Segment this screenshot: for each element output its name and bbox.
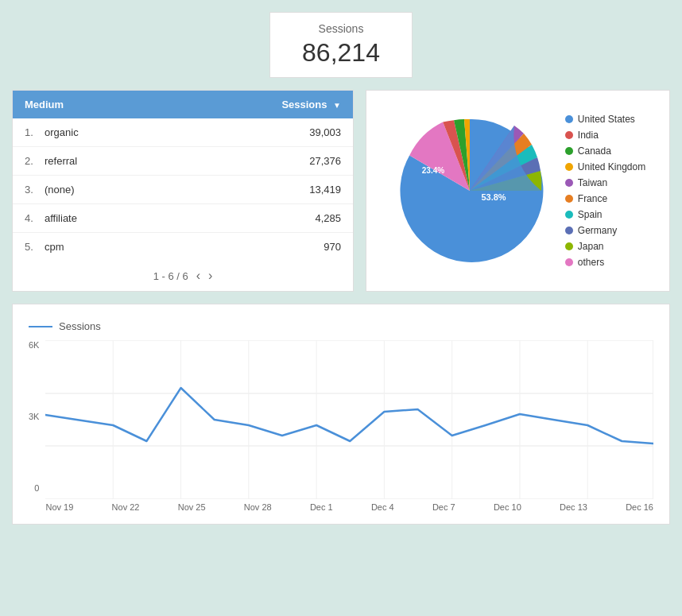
legend-item: Germany — [565, 225, 645, 236]
pie-chart-card: 53.8% 23.4% United States India Canada U… — [366, 90, 670, 292]
pie-legend: United States India Canada United Kingdo… — [565, 114, 645, 268]
row-sessions: 39,003 — [250, 118, 353, 146]
row-num: 2. — [13, 147, 41, 175]
legend-label: United States — [578, 114, 635, 125]
chart-title-row: Sessions — [29, 320, 653, 332]
y-label-0: 0 — [29, 483, 39, 493]
next-page-button[interactable]: › — [208, 269, 212, 283]
x-label-nov22: Nov 22 — [112, 502, 140, 512]
row-medium: (none) — [41, 176, 250, 203]
legend-dot — [565, 242, 573, 250]
chart-area — [45, 340, 653, 499]
legend-item: Taiwan — [565, 177, 645, 188]
legend-dot — [565, 131, 573, 139]
pie-center-label: 53.8% — [481, 192, 506, 202]
legend-dot — [565, 179, 573, 187]
sessions-summary: Sessions 86,214 — [12, 12, 670, 78]
legend-dot — [565, 227, 573, 234]
middle-section: Medium Sessions ▼ 1. organic 39,003 2. r… — [12, 90, 670, 292]
sessions-label: Sessions — [302, 22, 380, 35]
x-label-nov19: Nov 19 — [45, 502, 73, 512]
y-label-3k: 3K — [29, 412, 39, 421]
pagination-label: 1 - 6 / 6 — [153, 270, 188, 282]
chart-title: Sessions — [59, 320, 101, 332]
row-medium: cpm — [41, 233, 250, 261]
legend-item: United States — [565, 114, 645, 125]
legend-label: Germany — [578, 225, 617, 236]
x-label-dec10: Dec 10 — [494, 502, 521, 512]
row-sessions: 13,419 — [250, 176, 353, 203]
x-label-nov28: Nov 28 — [244, 502, 272, 512]
x-label-dec7: Dec 7 — [432, 502, 455, 512]
pie-chart: 53.8% 23.4% — [390, 111, 549, 270]
x-label-nov25: Nov 25 — [178, 502, 206, 512]
row-sessions: 970 — [250, 233, 353, 261]
col-sessions-header: Sessions ▼ — [250, 91, 353, 118]
medium-table: Medium Sessions ▼ 1. organic 39,003 2. r… — [12, 90, 354, 292]
legend-label: Canada — [578, 145, 611, 157]
line-chart-card: Sessions 6K 3K 0 — [12, 304, 670, 525]
legend-item: United Kingdom — [565, 161, 645, 172]
row-medium: organic — [41, 118, 250, 146]
col-medium-header: Medium — [13, 91, 250, 118]
legend-dot — [565, 115, 573, 123]
table-body: 1. organic 39,003 2. referral 27,376 3. … — [13, 118, 353, 261]
table-header: Medium Sessions ▼ — [13, 91, 353, 118]
legend-dot — [565, 163, 573, 171]
sort-icon: ▼ — [333, 101, 341, 110]
legend-label: India — [578, 130, 599, 141]
y-label-6k: 6K — [29, 340, 39, 350]
table-row: 2. referral 27,376 — [13, 147, 353, 176]
row-sessions: 4,285 — [250, 204, 353, 232]
table-row: 3. (none) 13,419 — [13, 176, 353, 204]
row-medium: referral — [41, 147, 250, 175]
legend-item: others — [565, 257, 645, 268]
x-label-dec1: Dec 1 — [310, 502, 333, 512]
row-num: 3. — [13, 176, 41, 203]
x-label-dec13: Dec 13 — [560, 502, 587, 512]
sessions-value: 86,214 — [302, 38, 380, 68]
line-legend-icon — [29, 326, 52, 327]
legend-label: Taiwan — [578, 177, 607, 188]
table-row: 1. organic 39,003 — [13, 118, 353, 147]
legend-item: Canada — [565, 145, 645, 157]
row-num: 1. — [13, 118, 41, 146]
legend-dot — [565, 195, 573, 203]
legend-label: Spain — [578, 209, 603, 220]
legend-item: Japan — [565, 241, 645, 252]
legend-item: France — [565, 193, 645, 204]
sessions-line — [45, 388, 653, 444]
x-axis-labels: Nov 19 Nov 22 Nov 25 Nov 28 Dec 1 Dec 4 … — [45, 499, 653, 512]
legend-dot — [565, 211, 573, 219]
prev-page-button[interactable]: ‹ — [196, 269, 200, 283]
pagination: 1 - 6 / 6 ‹ › — [13, 261, 353, 291]
legend-label: United Kingdom — [578, 161, 645, 172]
row-num: 5. — [13, 233, 41, 261]
legend-item: India — [565, 130, 645, 141]
table-row: 4. affiliate 4,285 — [13, 204, 353, 233]
row-medium: affiliate — [41, 204, 250, 232]
table-row: 5. cpm 970 — [13, 233, 353, 261]
x-label-dec4: Dec 4 — [371, 502, 394, 512]
legend-label: France — [578, 193, 607, 204]
legend-label: Japan — [578, 241, 604, 252]
legend-dot — [565, 258, 573, 266]
sessions-card: Sessions 86,214 — [269, 12, 413, 78]
x-label-dec16: Dec 16 — [626, 502, 653, 512]
legend-label: others — [578, 257, 604, 268]
legend-item: Spain — [565, 209, 645, 220]
row-num: 4. — [13, 204, 41, 232]
row-sessions: 27,376 — [250, 147, 353, 175]
pie-pink-label: 23.4% — [422, 166, 444, 175]
legend-dot — [565, 147, 573, 155]
